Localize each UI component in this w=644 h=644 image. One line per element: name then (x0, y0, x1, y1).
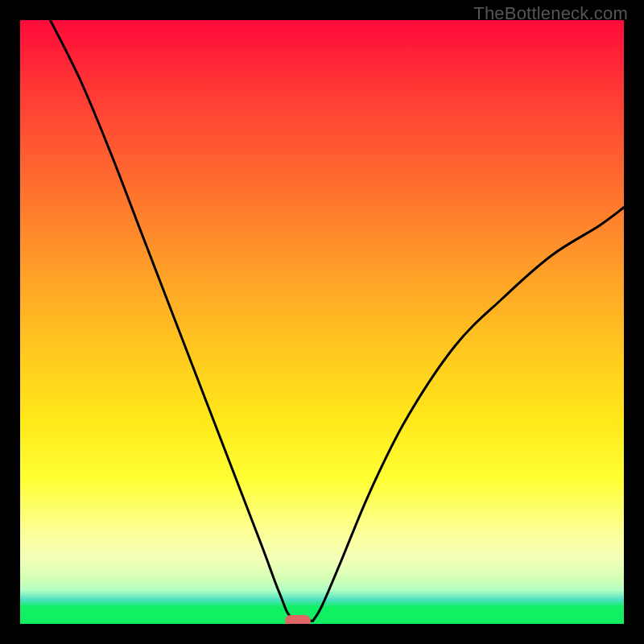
curve-layer (20, 20, 624, 624)
chart-frame: TheBottleneck.com (0, 0, 644, 644)
watermark-text: TheBottleneck.com (473, 3, 628, 24)
bottleneck-curve-right (313, 208, 624, 621)
plot-area (20, 20, 624, 624)
bottleneck-marker (285, 615, 311, 624)
bottleneck-curve-left (51, 20, 313, 621)
